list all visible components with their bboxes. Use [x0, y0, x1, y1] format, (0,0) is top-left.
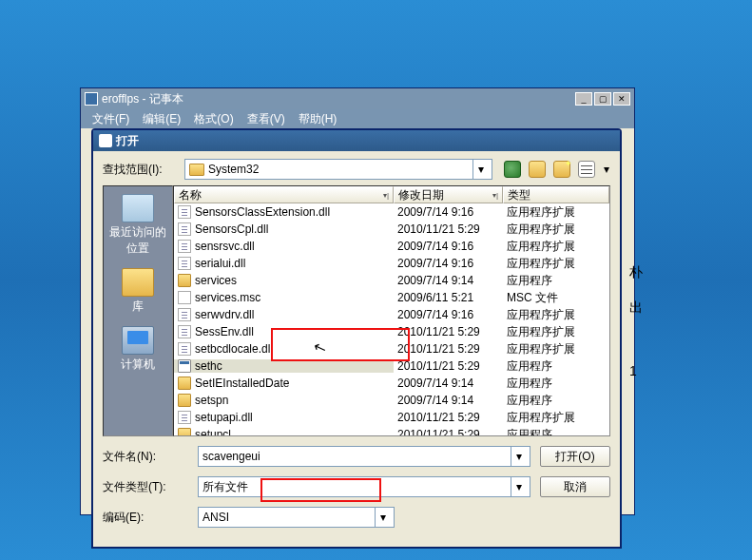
file-date: 2009/7/14 9:14 [397, 274, 473, 287]
file-date: 2009/7/14 9:16 [397, 205, 473, 219]
filename-label: 文件名(N): [103, 449, 188, 465]
notepad-icon [85, 92, 98, 106]
file-name: setbcdlocale.dll [195, 342, 273, 356]
view-menu-icon[interactable] [578, 161, 595, 178]
filename-value: scavengeui [202, 450, 260, 463]
file-name: setspn [195, 394, 228, 407]
file-type-icon [178, 342, 191, 356]
lookin-dropdown[interactable]: System32 ▾ [184, 159, 492, 180]
chevron-down-icon[interactable]: ▾ [511, 477, 526, 496]
file-type: 应用程序扩展 [507, 410, 575, 426]
file-row[interactable]: sethc2010/11/21 5:29应用程序 [174, 357, 609, 375]
filetype-value: 所有文件 [202, 479, 248, 495]
place-computer[interactable]: 计算机 [106, 322, 170, 378]
lookin-label: 查找范围(I): [103, 162, 179, 178]
place-recent-label: 最近访问的位置 [106, 224, 170, 257]
file-date: 2009/7/14 9:14 [397, 394, 473, 407]
dialog-icon [99, 134, 112, 147]
file-row[interactable]: SensorsCpl.dll2010/11/21 5:29应用程序扩展 [174, 221, 609, 238]
file-type-icon [178, 274, 191, 287]
up-one-level-icon[interactable] [529, 161, 546, 178]
behind-hint-3: 1 [629, 363, 637, 378]
file-name: sensrsvc.dll [195, 240, 255, 253]
open-button[interactable]: 打开(O) [540, 446, 610, 467]
file-row[interactable]: setspn2009/7/14 9:14应用程序 [174, 392, 609, 409]
column-date[interactable]: 修改日期▾| [394, 186, 503, 203]
menu-edit[interactable]: 编辑(E) [137, 109, 186, 129]
column-type[interactable]: 类型 [503, 186, 609, 203]
file-name: SensorsCpl.dll [195, 222, 268, 236]
filetype-label: 文件类型(T): [103, 479, 188, 495]
column-headers: 名称▾| 修改日期▾| 类型 [174, 186, 609, 203]
file-type: 应用程序扩展 [507, 307, 575, 323]
menu-help[interactable]: 帮助(H) [293, 109, 343, 129]
file-name: services [195, 274, 237, 287]
close-button[interactable]: ✕ [613, 92, 630, 106]
file-row[interactable]: sensrsvc.dll2009/7/14 9:16应用程序扩展 [174, 238, 609, 255]
file-name: SetIEInstalledDate [195, 377, 289, 390]
dialog-title: 打开 [116, 133, 139, 149]
lookin-row: 查找范围(I): System32 ▾ ▾ [103, 159, 610, 180]
chevron-down-icon[interactable]: ▾ [511, 447, 526, 466]
chevron-down-icon[interactable]: ▾ [375, 508, 390, 527]
file-type-icon [178, 257, 191, 270]
place-library-label: 库 [132, 299, 144, 315]
file-date: 2009/7/14 9:14 [397, 377, 473, 390]
notepad-titlebar[interactable]: erofflps - 记事本 _ ▢ ✕ [81, 88, 634, 109]
computer-icon [122, 326, 154, 355]
file-date: 2010/11/21 5:29 [397, 411, 480, 424]
file-date: 2010/11/21 5:29 [397, 359, 480, 373]
file-date: 2009/7/14 9:16 [397, 257, 473, 270]
file-type: 应用程序 [507, 273, 552, 289]
file-type-icon [178, 377, 191, 390]
file-type: 应用程序 [507, 427, 552, 436]
file-name: serwvdrv.dll [195, 308, 254, 321]
menu-view[interactable]: 查看(V) [241, 109, 291, 129]
file-name: setupapi.dll [195, 411, 253, 424]
file-row[interactable]: SessEnv.dll2010/11/21 5:29应用程序扩展 [174, 323, 609, 340]
notepad-menubar: 文件(F) 编辑(E) 格式(O) 查看(V) 帮助(H) [81, 109, 634, 128]
file-row[interactable]: setupcl2010/11/21 5:29应用程序 [174, 426, 609, 435]
encoding-label: 编码(E): [103, 510, 188, 526]
column-name[interactable]: 名称▾| [174, 186, 394, 203]
file-type-icon [178, 394, 191, 407]
filetype-dropdown[interactable]: 所有文件 ▾ [198, 476, 530, 497]
encoding-dropdown[interactable]: ANSI ▾ [198, 507, 395, 528]
cancel-button[interactable]: 取消 [540, 476, 610, 497]
place-computer-label: 计算机 [121, 357, 155, 373]
file-type-icon [178, 359, 191, 373]
minimize-button[interactable]: _ [575, 92, 592, 106]
maximize-button[interactable]: ▢ [594, 92, 611, 106]
file-row[interactable]: setupapi.dll2010/11/21 5:29应用程序扩展 [174, 409, 609, 426]
place-recent[interactable]: 最近访问的位置 [106, 190, 170, 262]
place-library[interactable]: 库 [106, 264, 170, 320]
new-folder-icon[interactable] [553, 161, 570, 178]
menu-file[interactable]: 文件(F) [87, 109, 135, 129]
file-row[interactable]: services2009/7/14 9:14应用程序 [174, 272, 609, 289]
file-row[interactable]: SensorsClassExtension.dll2009/7/14 9:16应… [174, 203, 609, 221]
file-type-icon [178, 325, 191, 338]
back-icon[interactable] [504, 161, 521, 178]
file-date: 2010/11/21 5:29 [397, 428, 480, 435]
file-row[interactable]: serwvdrv.dll2009/7/14 9:16应用程序扩展 [174, 306, 609, 323]
file-type: 应用程序扩展 [507, 324, 575, 340]
menu-format[interactable]: 格式(O) [188, 109, 239, 129]
view-dropdown-icon[interactable]: ▾ [603, 161, 610, 178]
file-type: 应用程序扩展 [507, 222, 575, 238]
file-date: 2010/11/21 5:29 [397, 342, 480, 356]
file-type-icon [178, 428, 191, 435]
file-row[interactable]: services.msc2009/6/11 5:21MSC 文件 [174, 289, 609, 306]
file-list[interactable]: SensorsClassExtension.dll2009/7/14 9:16应… [174, 203, 609, 435]
filename-input[interactable]: scavengeui ▾ [198, 446, 530, 467]
file-type-icon [178, 240, 191, 253]
encoding-value: ANSI [202, 511, 229, 524]
file-row[interactable]: setbcdlocale.dll2010/11/21 5:29应用程序扩展 [174, 340, 609, 357]
behind-hint-1: 朴 [629, 264, 643, 281]
file-name: setupcl [195, 428, 231, 435]
dialog-titlebar[interactable]: 打开 [93, 130, 620, 151]
chevron-down-icon[interactable]: ▾ [472, 160, 488, 179]
file-date: 2009/7/14 9:16 [397, 308, 473, 321]
file-row[interactable]: serialui.dll2009/7/14 9:16应用程序扩展 [174, 255, 609, 272]
file-row[interactable]: SetIEInstalledDate2009/7/14 9:14应用程序 [174, 375, 609, 392]
file-type: 应用程序 [507, 358, 552, 375]
